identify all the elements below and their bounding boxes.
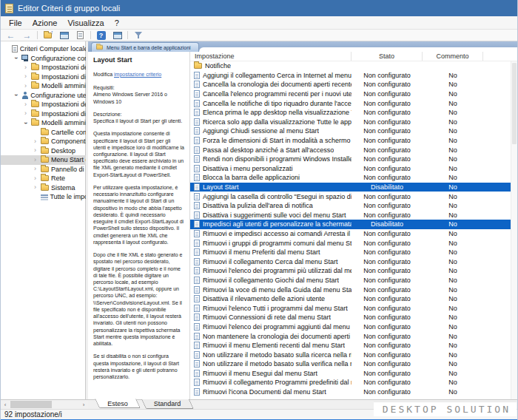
menu-item-3[interactable]: ? [110,18,124,28]
settings-row[interactable]: Non mantenere la cronologia dei document… [190,331,517,341]
tree-item-modelli-amminis[interactable]: ›Modelli amminis [1,81,86,91]
settings-row[interactable]: Aggiungi il collegamento Cerca in Intern… [190,71,517,81]
column-header-impostazione[interactable]: Impostazione [190,52,352,61]
tree-item-rete[interactable]: ›Rete [1,174,86,183]
settings-row[interactable]: Aggiungi la casella di controllo "Esegui… [190,192,517,201]
menu-item-1[interactable]: Azione [27,18,63,28]
settings-row[interactable]: Rimuovi il collegamento Giochi dal menu … [190,276,517,285]
tree-item-label: Configurazione uten [30,92,86,99]
settings-row[interactable]: Forza le dimensioni di Start in modalità… [190,136,517,146]
collapsed-expander-icon[interactable]: › [32,147,38,154]
setting-name-cell: Rimuovi il menu Preferiti dal menu Start [190,248,352,256]
settings-row[interactable]: Disattiva i menu personalizzatiNon confi… [190,164,517,174]
tree-item-configurazione-uten[interactable]: ›Configurazione uten [1,91,86,101]
console-tree-button[interactable] [58,30,70,41]
settings-row[interactable]: Rimuovi Connessioni di rete dal menu Sta… [190,313,517,322]
tree-item-componenti[interactable]: ›Componenti [1,137,86,146]
setting-name: Cancella l'elenco programmi recenti per … [203,90,352,98]
tree-item-criteri-computer-locale[interactable]: Criteri Computer locale [1,44,86,54]
expanded-expander-icon[interactable]: › [13,92,19,98]
settings-row[interactable]: Rimuovi il collegamento Programmi predef… [190,378,517,387]
scroll-left-icon[interactable]: ‹ [1,401,9,409]
setting-name-cell: Elenca prima le app desktop nella visual… [190,109,352,116]
tree-item-pannello-di-co[interactable]: ›Pannello di co [1,165,86,175]
edit-policy-setting-link[interactable]: impostazione criterio [114,72,161,77]
tab-esteso[interactable]: Esteso [95,399,141,408]
settings-row[interactable]: Rimuovi l'icona Documenti dal menu Start… [190,387,517,397]
settings-row[interactable]: Rimuovi l'elenco dei programmi più utili… [190,266,517,276]
settings-row[interactable]: Cancella la cronologia dei documenti ape… [190,80,517,89]
horizontal-scrollbar[interactable]: ‹ › [1,399,88,409]
collapsed-expander-icon[interactable]: › [22,110,29,117]
settings-row[interactable]: Passa al desktop anziché a Start all'acc… [190,145,517,155]
tree-item-desktop[interactable]: ›Desktop [1,146,86,156]
help-button[interactable] [95,30,107,41]
tree-item-impostazioni-del[interactable]: ›Impostazioni del [1,63,86,72]
forward-button[interactable] [21,30,33,41]
settings-row[interactable]: Rimuovi il menu Esegui dal menu StartNon… [190,369,517,379]
settings-row[interactable]: Ricerca solo app dalla visualizzazione T… [190,118,517,127]
settings-row[interactable]: Aggiungi Chiudi sessione al menu StartNo… [190,126,517,136]
settings-row[interactable]: Rimuovi l'elenco dei programmi aggiunti … [190,322,517,332]
column-header-stato[interactable]: Stato [352,52,423,61]
expanded-expander-icon[interactable]: › [22,120,29,126]
tree-item-impostazioni-di-v[interactable]: ›Impostazioni di V [1,72,86,82]
filter-button[interactable] [132,30,144,41]
settings-row[interactable]: Disattiva la pulizia dell'area di notifi… [190,201,517,211]
tree-item-menu-start-e[interactable]: ›Menu Start e [1,155,86,165]
tree-item-tutte-le-impo[interactable]: Tutte le impo [1,192,86,202]
settings-row[interactable]: Cancella l'elenco programmi recenti per … [190,89,517,99]
console-window-button[interactable] [111,30,124,41]
expanded-expander-icon[interactable]: › [13,55,19,61]
settings-row[interactable]: Cancella le notifiche di tipo riquadro d… [190,98,517,108]
scroll-right-icon[interactable]: › [80,401,87,409]
settings-row[interactable]: Rimuovi l'elenco Tutti i programmi dal m… [190,303,517,313]
settings-row[interactable]: Impedisci agli utenti di personalizzare … [190,220,517,229]
settings-row[interactable]: Layout StartDisabilitatoNo [190,183,517,192]
collapsed-expander-icon[interactable]: › [22,64,29,71]
tree-item-modelli-amminis[interactable]: ›Modelli amminis [1,118,86,128]
settings-row[interactable]: Disattiva i suggerimenti sulle voci del … [190,211,517,220]
settings-row[interactable]: Rimuovi la voce di menu della Guida dal … [190,285,517,294]
up-folder-button[interactable] [41,30,54,41]
tree-item-label: Tutte le impo [50,193,86,200]
collapsed-expander-icon[interactable]: › [22,73,29,80]
settings-row[interactable]: Disattiva il rilevamento delle azioni ut… [190,294,517,304]
export-list-icon [77,31,84,39]
collapsed-expander-icon[interactable]: › [32,138,38,145]
column-header-commento[interactable]: Commento [423,52,483,61]
settings-row[interactable]: Elenca prima le app desktop nella visual… [190,108,517,118]
category-tab[interactable]: Menu Start e barra delle applicazioni [91,42,199,52]
settings-row[interactable]: Blocca la barra delle applicazioniNon co… [190,173,517,183]
tree-item-configurazione-com[interactable]: ›Configurazione com [1,54,86,64]
tree-item-impostazioni-del[interactable]: ›Impostazioni del [1,100,86,109]
collapsed-expander-icon[interactable]: › [32,175,38,182]
collapsed-expander-icon[interactable]: › [22,83,29,89]
vertical-scrollbar[interactable] [511,61,517,399]
settings-row[interactable]: Notifiche [190,61,517,71]
horizontal-scrollbar-thumb[interactable] [10,401,52,408]
collapsed-expander-icon[interactable]: › [22,101,29,108]
settings-row[interactable]: Non utilizzare il metodo basato sulla ve… [190,359,517,369]
menu-item-0[interactable]: File [4,18,27,28]
settings-row[interactable]: Rimuovi il menu Elementi recenti dal men… [190,341,517,350]
title-bar[interactable]: Editor Criteri di gruppo locali [1,0,517,16]
tree-item-sistema[interactable]: ›Sistema [1,183,86,193]
settings-row[interactable]: Rimuovi i gruppi di programmi comuni dal… [190,238,517,248]
tree-item-cartelle-cond[interactable]: Cartelle cond [1,128,86,138]
tree-item-impostazioni-di-v[interactable]: ›Impostazioni di V [1,109,86,119]
back-button[interactable] [4,30,17,41]
collapsed-expander-icon[interactable]: › [32,157,38,163]
menu-item-2[interactable]: Visualizza [62,18,109,28]
vertical-scrollbar-thumb[interactable] [512,63,517,144]
tab-standard[interactable]: Standard [141,399,193,409]
collapsed-expander-icon[interactable]: › [32,166,38,172]
requirements-block: Requisiti: Almeno Windows Server 2016 o … [93,84,184,105]
collapsed-expander-icon[interactable]: › [32,184,38,191]
settings-row[interactable]: Rimuovi e impedisci accesso ai comandi A… [190,229,517,239]
settings-row[interactable]: Non utilizzare il metodo basato sulla ri… [190,350,517,359]
settings-row[interactable]: Rimuovi il collegamento Cerca dal menu S… [190,257,517,266]
settings-row[interactable]: Rimuovi il menu Preferiti dal menu Start… [190,248,517,257]
settings-row[interactable]: Rendi non disponibili i programmi Window… [190,155,517,164]
export-list-button[interactable] [74,30,87,41]
